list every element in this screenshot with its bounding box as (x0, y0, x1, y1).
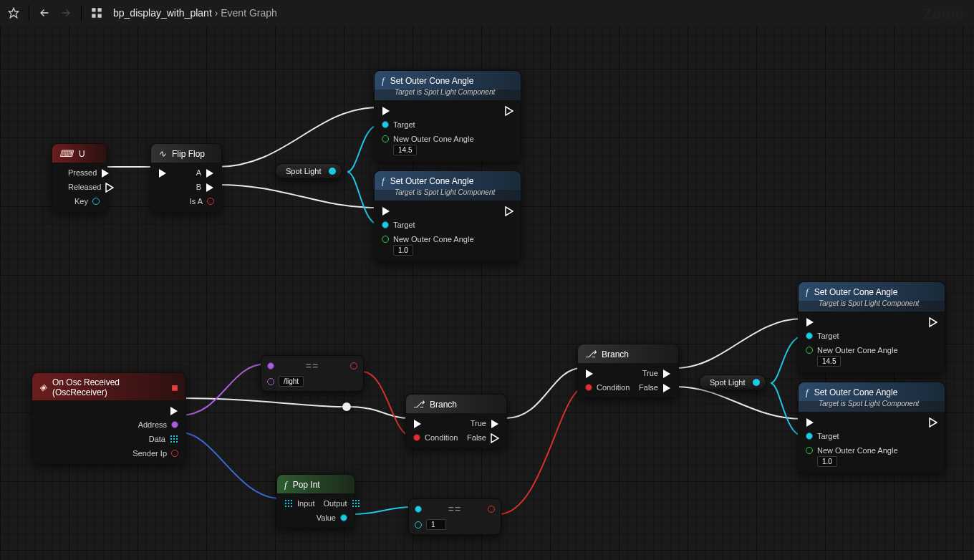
exec-out-icon[interactable] (206, 183, 214, 191)
pin-angle[interactable] (806, 347, 813, 354)
pin-input[interactable] (284, 499, 293, 508)
pin-a[interactable] (415, 506, 422, 513)
node-header[interactable]: f Set Outer Cone Angle (799, 282, 945, 301)
back-button[interactable] (35, 4, 54, 22)
pin-target-label: Target (817, 432, 839, 440)
function-icon: f (806, 387, 809, 398)
node-set-cone-1[interactable]: f Set Outer Cone Angle Target is Spot Li… (374, 70, 521, 162)
node-branch-1[interactable]: ⎇ Branch True Condition False (405, 394, 507, 448)
node-title: On Osc Received (OscReceiver) (52, 377, 167, 397)
pin-b[interactable] (415, 521, 422, 528)
node-set-cone-3[interactable]: f Set Outer Cone Angle Target is Spot Li… (798, 281, 945, 373)
breadcrumb-bp[interactable]: bp_display_with_plant (113, 7, 212, 19)
node-branch-2[interactable]: ⎇ Branch True Condition False (577, 344, 679, 398)
reroute-knot[interactable] (342, 402, 351, 411)
node-header[interactable]: f Set Outer Cone Angle (375, 71, 521, 90)
node-header[interactable]: f Pop Int (277, 475, 355, 493)
pin-address[interactable] (171, 421, 178, 428)
pin-result[interactable] (350, 362, 357, 370)
node-input-u[interactable]: ⌨ U Pressed Released Key (52, 143, 107, 212)
node-subtitle: Target is Spot Light Component (375, 188, 521, 201)
node-set-cone-4[interactable]: f Set Outer Cone Angle Target is Spot Li… (798, 382, 945, 473)
var-spotlight-1[interactable]: Spot Light (275, 163, 342, 179)
breadcrumb[interactable]: bp_display_with_plant › Event Graph (113, 7, 277, 19)
pin-output[interactable] (352, 499, 360, 508)
pin-target[interactable] (382, 121, 389, 128)
pin-condition[interactable] (413, 434, 420, 441)
var-out-pin[interactable] (753, 379, 760, 386)
pin-target[interactable] (382, 221, 389, 228)
exec-false[interactable] (662, 383, 671, 392)
pin-target[interactable] (806, 332, 813, 339)
node-header[interactable]: ⌨ U (52, 144, 107, 163)
pin-senderip[interactable] (171, 450, 178, 457)
equals-value[interactable]: 1 (426, 519, 446, 530)
exec-true[interactable] (662, 369, 671, 377)
node-set-cone-2[interactable]: f Set Outer Cone Angle Target is Spot Li… (374, 170, 521, 262)
exec-out-icon[interactable] (105, 183, 114, 191)
exec-in-icon[interactable] (382, 206, 390, 215)
node-header[interactable]: ⎇ Branch (578, 344, 678, 363)
blueprint-icon[interactable] (87, 4, 106, 22)
var-spotlight-2[interactable]: Spot Light (699, 375, 766, 390)
graph-canvas[interactable]: ⌨ U Pressed Released Key ∿ Flip Flop A B… (0, 0, 974, 560)
exec-out-icon[interactable] (170, 406, 178, 415)
pin-result[interactable] (488, 506, 495, 513)
exec-in-icon[interactable] (585, 369, 594, 377)
exec-out-icon[interactable] (101, 168, 110, 177)
node-equals-int[interactable]: == 1 (408, 498, 501, 535)
exec-out-icon[interactable] (505, 106, 513, 115)
node-equals-string[interactable]: == /light (261, 355, 364, 392)
node-pop-int[interactable]: f Pop Int Input Output Value (276, 474, 355, 528)
pin-a[interactable] (267, 362, 274, 370)
pin-a: A (196, 168, 201, 177)
exec-in-icon[interactable] (806, 417, 814, 426)
keyboard-icon: ⌨ (59, 148, 73, 160)
exec-true[interactable] (491, 419, 499, 428)
svg-marker-12 (382, 207, 390, 216)
svg-marker-17 (491, 434, 498, 443)
breadcrumb-graph[interactable]: Event Graph (221, 7, 277, 19)
pin-condition-label: Condition (597, 383, 630, 392)
angle-value[interactable]: 14.5 (393, 145, 417, 155)
node-osc-received[interactable]: ◈ On Osc Received (OscReceiver) ◼ Addres… (32, 372, 186, 464)
node-header[interactable]: f Set Outer Cone Angle (799, 382, 945, 401)
pin-data[interactable] (170, 435, 178, 443)
svg-marker-6 (106, 183, 113, 192)
pin-released: Released (68, 183, 101, 191)
pin-angle[interactable] (382, 135, 389, 143)
exec-in-icon[interactable] (806, 317, 814, 326)
exec-out-icon[interactable] (929, 317, 937, 326)
angle-value[interactable]: 14.5 (817, 356, 841, 367)
pin-value[interactable] (340, 514, 347, 521)
exec-out-icon[interactable] (505, 206, 513, 215)
node-flipflop[interactable]: ∿ Flip Flop A B Is A (150, 143, 222, 212)
exec-in-icon[interactable] (413, 419, 422, 428)
pin-angle[interactable] (806, 447, 813, 454)
node-header[interactable]: ⎇ Branch (406, 395, 506, 413)
pin-isa-out[interactable] (207, 198, 214, 205)
node-header[interactable]: f Set Outer Cone Angle (375, 171, 521, 190)
node-header[interactable]: ∿ Flip Flop (151, 144, 221, 163)
favorite-icon[interactable] (4, 4, 23, 22)
exec-out-icon[interactable] (206, 168, 214, 177)
equals-value[interactable]: /light (279, 376, 304, 387)
pin-b[interactable] (267, 378, 274, 385)
var-out-pin[interactable] (329, 168, 336, 175)
pin-condition[interactable] (585, 384, 592, 391)
angle-value[interactable]: 1.0 (393, 245, 413, 256)
forward-button[interactable] (57, 4, 75, 22)
pin-output-label: Output (323, 499, 347, 508)
pin-data-label: Data (149, 435, 165, 443)
exec-false[interactable] (491, 433, 499, 442)
pin-angle[interactable] (382, 236, 389, 243)
pin-key-out[interactable] (92, 198, 100, 205)
separator (81, 5, 82, 21)
pin-target[interactable] (806, 433, 813, 440)
pin-condition-label: Condition (425, 433, 458, 442)
exec-in-icon[interactable] (382, 106, 390, 115)
node-header[interactable]: ◈ On Osc Received (OscReceiver) ◼ (32, 373, 185, 400)
angle-value[interactable]: 1.0 (817, 456, 837, 467)
exec-out-icon[interactable] (929, 417, 937, 426)
exec-in-icon[interactable] (158, 168, 167, 177)
